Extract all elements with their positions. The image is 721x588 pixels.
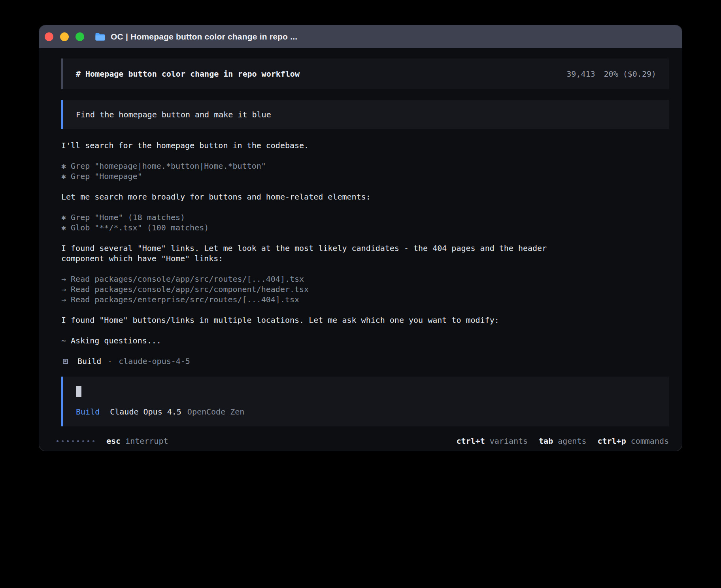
desktop-background: OC | Homepage button color change in rep… [0, 0, 721, 588]
status-shortcuts: ctrl+t variants tab agents ctrl+p comman… [456, 436, 669, 446]
session-stats: 39,413 20% ($0.29) [566, 69, 656, 79]
shortcut-variants: ctrl+t variants [456, 436, 528, 446]
folder-icon [95, 32, 106, 41]
agent-name: Build [77, 356, 101, 366]
shortcut-commands: ctrl+p commands [597, 436, 669, 446]
agent-info-line: Build · claude-opus-4-5 [61, 356, 669, 366]
minimize-button[interactable] [60, 32, 69, 41]
user-message-text: Find the homepage button and make it blu… [76, 110, 271, 119]
context-usage: 20% ($0.29) [604, 69, 656, 79]
status-bar: esc interrupt ctrl+t variants tab agents… [61, 436, 669, 446]
text-cursor [76, 386, 81, 397]
tool-call-read: → Read packages/console/app/src/routes/[… [61, 274, 669, 284]
shortcut-label: variants [490, 436, 528, 446]
window-title: OC | Homepage button color change in rep… [111, 32, 297, 41]
tool-call-glob: ✱ Glob "**/*.tsx" (100 matches) [61, 222, 669, 233]
interrupt-label: interrupt [125, 436, 168, 446]
spinner-dots-icon [57, 440, 94, 442]
window-titlebar[interactable]: OC | Homepage button color change in rep… [39, 25, 682, 48]
shortcut-label: agents [558, 436, 586, 446]
shortcut-label: commands [631, 436, 669, 446]
user-message: Find the homepage button and make it blu… [61, 100, 669, 129]
prompt-input[interactable]: Build Claude Opus 4.5 OpenCode Zen [61, 377, 669, 426]
traffic-lights [45, 32, 84, 41]
terminal-window: OC | Homepage button color change in rep… [39, 25, 682, 451]
input-footer: Build Claude Opus 4.5 OpenCode Zen [76, 407, 656, 417]
assistant-message: I'll search for the homepage button in t… [61, 140, 553, 151]
close-button[interactable] [45, 32, 53, 41]
model-label: Claude Opus 4.5 [110, 407, 181, 417]
interrupt-key: esc [106, 436, 121, 446]
assistant-message: I found "Home" buttons/links in multiple… [61, 315, 553, 325]
tool-call-group: → Read packages/console/app/src/routes/[… [61, 274, 669, 305]
tool-call-read: → Read packages/console/app/src/componen… [61, 284, 669, 294]
tool-call-group: ✱ Grep "Home" (18 matches) ✱ Glob "**/*.… [61, 212, 669, 233]
activity-status: ~ Asking questions... [61, 335, 669, 346]
agent-icon [63, 359, 68, 364]
tool-call-group: ✱ Grep "homepage|home.*button|Home.*butt… [61, 161, 669, 181]
tool-call-grep: ✱ Grep "Home" (18 matches) [61, 212, 669, 222]
token-count: 39,413 [566, 69, 595, 79]
shortcut-key: ctrl+p [597, 436, 626, 446]
terminal-body: # Homepage button color change in repo w… [39, 48, 682, 451]
separator-dot: · [108, 356, 112, 366]
tool-call-read: → Read packages/enterprise/src/routes/[.… [61, 294, 669, 305]
assistant-message: Let me search more broadly for buttons a… [61, 192, 553, 202]
session-title: # Homepage button color change in repo w… [76, 69, 300, 79]
shortcut-agents: tab agents [539, 436, 586, 446]
tool-call-grep: ✱ Grep "Homepage" [61, 171, 669, 181]
mode-label[interactable]: Build [76, 407, 100, 417]
shortcut-key: ctrl+t [456, 436, 485, 446]
status-left: esc interrupt [57, 436, 168, 446]
provider-label: OpenCode Zen [187, 407, 245, 417]
assistant-message: I found several "Home" links. Let me loo… [61, 243, 553, 264]
session-header: # Homepage button color change in repo w… [61, 58, 669, 89]
zoom-button[interactable] [75, 32, 84, 41]
title-group: OC | Homepage button color change in rep… [95, 32, 297, 41]
tool-call-grep: ✱ Grep "homepage|home.*button|Home.*butt… [61, 161, 669, 171]
shortcut-key: tab [539, 436, 553, 446]
agent-model: claude-opus-4-5 [119, 356, 190, 366]
